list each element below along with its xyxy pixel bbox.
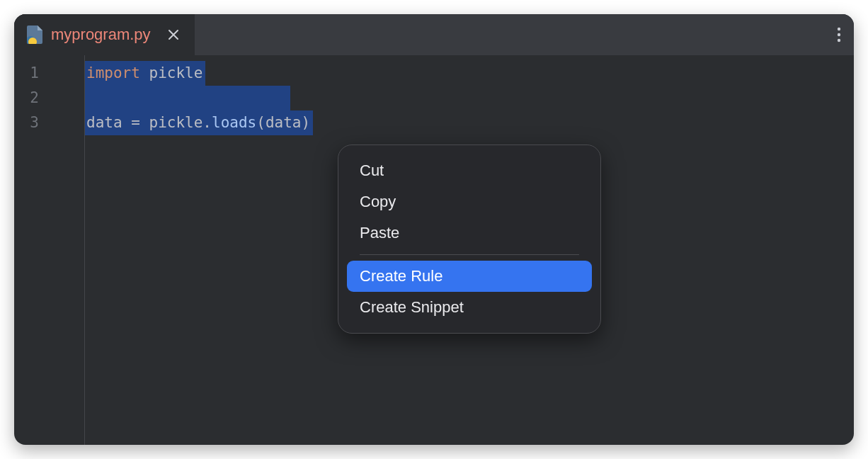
menu-item-cut[interactable]: Cut bbox=[347, 155, 592, 186]
code-line-3: data = pickle.loads(data) bbox=[85, 110, 854, 135]
line-number[interactable]: 3 bbox=[14, 110, 84, 135]
func-loads: loads bbox=[212, 114, 256, 131]
line-number[interactable]: 2 bbox=[14, 86, 84, 110]
tab-bar: myprogram.py bbox=[14, 14, 854, 55]
module-pickle: pickle bbox=[149, 64, 203, 81]
menu-item-create-snippet[interactable]: Create Snippet bbox=[347, 292, 592, 323]
svg-point-3 bbox=[838, 33, 840, 36]
svg-point-2 bbox=[838, 28, 840, 30]
menu-separator bbox=[360, 254, 579, 255]
file-tab[interactable]: myprogram.py bbox=[14, 14, 195, 55]
file-name: myprogram.py bbox=[51, 26, 151, 44]
menu-item-create-rule[interactable]: Create Rule bbox=[347, 261, 592, 292]
python-file-icon bbox=[27, 26, 42, 44]
code-line-2 bbox=[85, 86, 854, 110]
svg-point-4 bbox=[838, 39, 840, 42]
keyword-import: import bbox=[86, 64, 140, 81]
menu-item-copy[interactable]: Copy bbox=[347, 186, 592, 217]
line-number[interactable]: 1 bbox=[14, 61, 84, 86]
close-icon[interactable] bbox=[166, 28, 181, 42]
context-menu: Cut Copy Paste Create Rule Create Snippe… bbox=[338, 144, 601, 334]
menu-item-paste[interactable]: Paste bbox=[347, 217, 592, 249]
more-vertical-icon[interactable] bbox=[837, 26, 841, 43]
editor-window: myprogram.py 1 2 3 import pickle bbox=[14, 14, 854, 445]
gutter: 1 2 3 bbox=[14, 55, 85, 445]
code-line-1: import pickle bbox=[85, 61, 854, 86]
